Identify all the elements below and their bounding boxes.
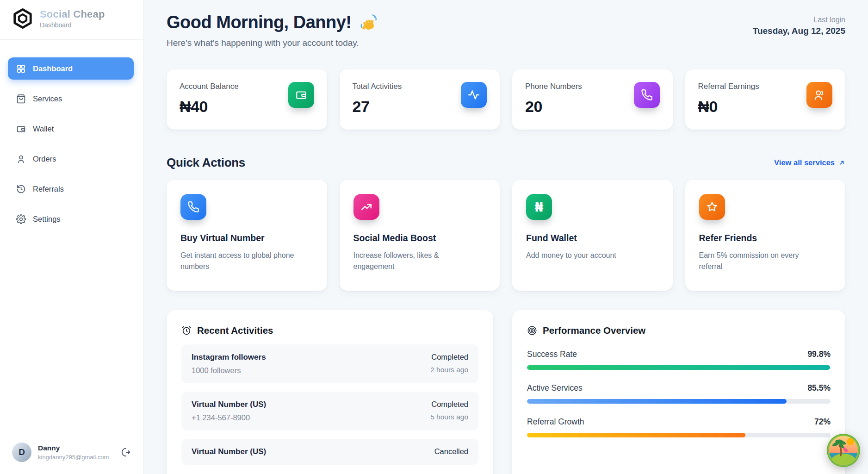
quick-action-refer-friends[interactable]: Refer Friends Earn 5% commission on ever… [685,180,846,291]
activity-subtitle: +1 234-567-8900 [192,413,266,422]
sidebar-item-settings[interactable]: Settings [8,208,134,230]
quick-action-desc: Earn 5% commission on every referral [699,250,815,272]
metric-success-rate: Success Rate 99.8% [527,349,831,370]
stat-label: Total Activities [353,82,402,91]
metric-value: 72% [814,417,831,427]
view-all-label: View all services [774,158,835,167]
metric-label: Success Rate [527,349,577,359]
page-subtitle: Here's what's happening with your accoun… [167,38,378,48]
tropical-island-badge[interactable] [826,433,861,468]
stat-card-account-balance: Account Balance ₦40 [167,69,327,130]
quick-action-desc: Get instant access to global phone numbe… [180,250,296,272]
quick-action-title: Social Media Boost [353,233,486,243]
waving-hand-emoji [359,12,378,32]
sidebar-nav: Dashboard Services Wallet [0,40,143,243]
quick-action-social-media-boost[interactable]: Social Media Boost Increase followers, l… [340,180,500,291]
activity-status: Completed [430,353,468,362]
activity-title: Instagram followers [192,353,266,362]
stat-label: Referral Earnings [698,82,759,91]
page-header: Good Morning, Danny! [167,12,845,48]
stat-card-total-activities: Total Activities 27 [340,69,500,130]
metric-label: Active Services [527,383,583,393]
hexagon-logo-icon [12,8,33,29]
sidebar-item-wallet[interactable]: Wallet [8,118,134,140]
sidebar-user-card: D Danny kingdanny295@gmail.com [0,433,143,474]
wallet-icon [288,82,314,108]
metric-referral-growth: Referral Growth 72% [527,417,831,437]
progress-track [527,365,831,370]
stat-label: Phone Numbers [525,82,582,91]
alarm-clock-icon [181,325,192,336]
view-all-services-link[interactable]: View all services [774,158,845,167]
quick-action-title: Buy Virtual Number [180,233,313,243]
stats-row: Account Balance ₦40 Total Activities 27 [167,69,845,130]
sidebar-item-label: Orders [33,155,56,163]
recent-activities-panel: Recent Activities Instagram followers 10… [167,310,493,474]
brand-subtitle: Dashboard [40,21,105,29]
sidebar-item-label: Dashboard [33,64,73,73]
progress-track [527,399,831,404]
panel-title: Recent Activities [197,325,273,336]
user-icon [16,154,26,164]
phone-icon [634,82,660,108]
progress-fill [527,365,830,370]
history-clock-icon [16,184,26,194]
activity-status: Cancelled [434,447,468,456]
user-name: Danny [38,444,109,452]
target-spiral-icon [527,325,537,336]
metric-active-services: Active Services 85.5% [527,383,831,404]
quick-action-desc: Increase followers, likes & engagement [353,250,469,272]
sidebar: Social Cheap Dashboard Dashboard Service… [0,0,143,474]
sidebar-item-label: Wallet [33,125,54,133]
sidebar-item-label: Settings [33,215,61,224]
progress-track [527,433,831,437]
activity-row: Virtual Number (US) Cancelled [181,439,478,465]
avatar: D [12,443,31,462]
stat-card-referral-earnings: Referral Earnings ₦0 [685,69,846,130]
sidebar-item-label: Referrals [33,185,64,193]
wallet-icon [16,124,26,134]
activity-time: 2 hours ago [430,366,468,374]
activity-icon [461,82,487,108]
activity-title: Virtual Number (US) [192,447,266,456]
quick-action-title: Refer Friends [699,233,832,243]
progress-fill [527,433,745,437]
quick-actions-header: Quick Actions View all services [167,156,845,170]
naira-icon: ₦ [526,194,552,220]
last-login-label: Last login [753,16,845,24]
stat-value: 27 [353,98,402,116]
phone-icon [180,194,206,220]
gear-icon [16,214,26,224]
trending-up-icon [353,194,379,220]
quick-actions-grid: Buy Virtual Number Get instant access to… [167,180,845,291]
performance-overview-panel: Performance Overview Success Rate 99.8% … [512,310,845,474]
stat-value: ₦40 [180,98,239,116]
activity-row: Virtual Number (US) +1 234-567-8900 Comp… [181,392,478,430]
metric-value: 99.8% [807,349,831,359]
brand-title: Social Cheap [40,8,105,20]
bottom-panels: Recent Activities Instagram followers 10… [167,310,845,474]
quick-action-title: Fund Wallet [526,233,659,243]
sidebar-item-dashboard[interactable]: Dashboard [8,57,134,80]
stat-label: Account Balance [180,82,239,91]
brand: Social Cheap Dashboard [0,0,143,36]
sidebar-item-services[interactable]: Services [8,87,134,110]
users-icon [806,82,832,108]
star-icon [699,194,725,220]
quick-action-fund-wallet[interactable]: ₦ Fund Wallet Add money to your account [512,180,673,291]
stat-value: ₦0 [698,98,759,116]
logout-icon[interactable] [121,447,131,457]
sidebar-item-referrals[interactable]: Referrals [8,178,134,200]
progress-fill [527,399,787,404]
user-email: kingdanny295@gmail.com [38,454,109,461]
metric-value: 85.5% [807,383,831,393]
metric-label: Referral Growth [527,417,584,427]
activity-title: Virtual Number (US) [192,400,266,409]
quick-action-buy-virtual-number[interactable]: Buy Virtual Number Get instant access to… [167,180,327,291]
activity-status: Completed [430,400,468,409]
shopping-bag-icon [16,94,26,104]
arrow-up-right-icon [838,159,845,166]
dashboard-grid-icon [16,64,26,74]
section-title: Quick Actions [167,156,245,170]
sidebar-item-orders[interactable]: Orders [8,148,134,170]
